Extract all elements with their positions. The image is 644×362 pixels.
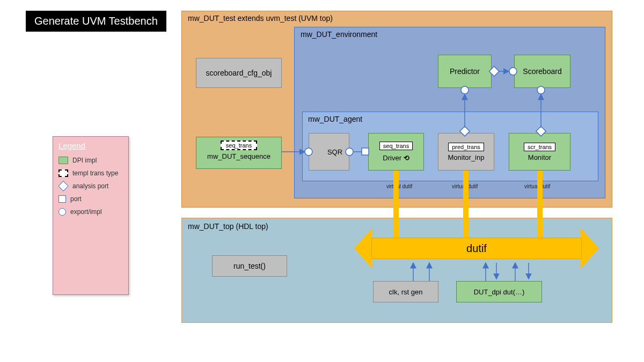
- green-swatch-icon: [58, 157, 68, 164]
- monitor-inp-label: Monitor_inp: [448, 153, 485, 161]
- loop-icon: ⟲: [404, 154, 409, 162]
- legend-item-export: export/impl: [58, 208, 123, 216]
- scoreboard-cfg-block: scoreboard_cfg_obj: [196, 58, 282, 88]
- sequence-label: mw_DUT_sequence: [207, 152, 270, 160]
- agent-label: mw_DUT_agent: [308, 115, 362, 123]
- circle-icon: [58, 208, 66, 216]
- legend-item-templ-trans: templ trans type: [58, 169, 123, 177]
- dutif-bus: dutif: [354, 228, 599, 269]
- run-test-block: run_test(): [212, 255, 287, 277]
- clk-rst-block: clk, rst gen: [373, 281, 438, 302]
- diagram-title: Generate UVM Testbench: [26, 11, 166, 32]
- monitor-block: scr_trans Monitor: [509, 133, 570, 171]
- legend-panel: Legend DPI impl templ trans type analysi…: [53, 136, 129, 295]
- legend-heading: Legend: [58, 141, 123, 150]
- legend-item-analysis-port: analysis port: [58, 182, 123, 190]
- sequence-block: seq_trans mw_DUT_sequence: [196, 137, 282, 169]
- virtual-dutif-caption-monitor-inp: virtual dutif: [452, 183, 478, 189]
- arrow-right-icon: [581, 228, 599, 269]
- hdl-top-label: mw_DUT_top (HDL top): [188, 222, 268, 231]
- virtual-dutif-caption-monitor: virtual dutif: [524, 183, 550, 189]
- driver-label: Driver ⟲: [383, 154, 409, 162]
- monitor-trans-type: scr_trans: [524, 143, 555, 151]
- driver-block: seq_trans Driver ⟲: [368, 133, 424, 171]
- legend-item-port: port: [58, 195, 123, 203]
- diamond-icon: [58, 181, 69, 191]
- legend-item-dpi: DPI impl: [58, 157, 123, 164]
- scoreboard-block: Scoreboard: [514, 55, 570, 88]
- monitor-inp-trans-type: pred_trans: [448, 143, 484, 151]
- dut-dpi-block: DUT_dpi dut(…): [456, 281, 542, 302]
- monitor-inp-block: pred_trans Monitor_inp: [438, 133, 494, 171]
- square-icon: [58, 195, 66, 203]
- dutif-label: dutif: [371, 238, 582, 259]
- monitor-label: Monitor: [528, 153, 551, 161]
- environment-label: mw_DUT_environment: [301, 30, 377, 39]
- virtual-dutif-caption-driver: virtual dutif: [386, 183, 412, 189]
- sequencer-block: SQR: [309, 133, 349, 171]
- driver-trans-type: seq_trans: [379, 142, 413, 150]
- predictor-block: Predictor: [438, 55, 492, 88]
- uvm-top-label: mw_DUT_test extends uvm_test (UVM top): [188, 14, 333, 23]
- arrow-left-icon: [354, 228, 372, 269]
- seq-trans-type: seq_trans: [221, 141, 257, 150]
- dashed-box-icon: [58, 169, 68, 177]
